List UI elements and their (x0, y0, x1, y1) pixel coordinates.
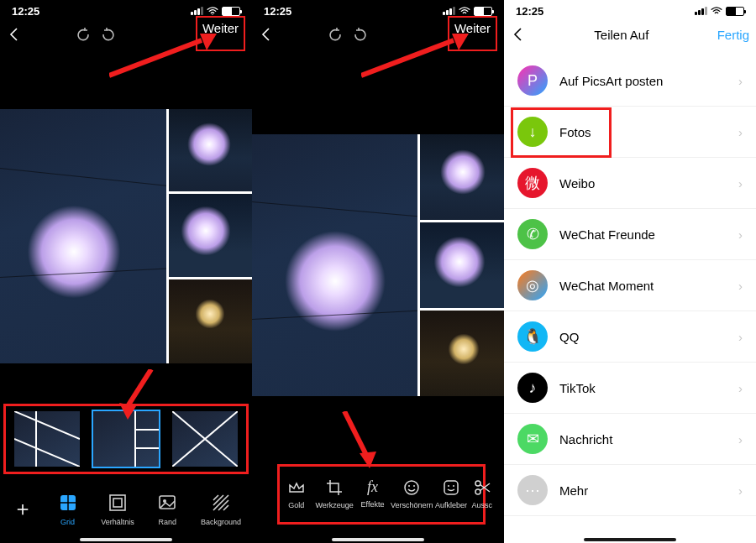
tab-label: Verhältnis (101, 518, 134, 526)
next-button[interactable]: Weiter (454, 21, 491, 35)
chevron-right-icon: › (738, 381, 743, 395)
back-icon[interactable] (7, 27, 22, 42)
svg-rect-1 (110, 495, 125, 510)
svg-point-11 (413, 485, 415, 487)
wifi-icon (207, 7, 218, 15)
status-time: 12:25 (12, 5, 39, 18)
battery-icon (474, 7, 492, 16)
back-icon[interactable] (259, 27, 274, 42)
fx-icon: fx (367, 478, 378, 496)
share-item-tiktok[interactable]: ♪TikTok› (504, 363, 756, 414)
tool-werkzeuge[interactable]: Werkzeuge (315, 478, 353, 509)
tab-grid[interactable]: Grid (56, 491, 80, 526)
panel-collage-tools: 12:25 Weiter (252, 0, 504, 543)
app-icon: 🐧 (517, 321, 548, 352)
tool-label: Werkzeuge (315, 501, 353, 509)
share-item-wechat-moment[interactable]: ◎WeChat Moment› (504, 260, 756, 311)
signal-icon (695, 7, 707, 15)
layout-template-3[interactable] (172, 411, 238, 467)
layout-template-strip (3, 404, 249, 474)
next-button[interactable]: Weiter (202, 21, 239, 35)
share-item-weibo[interactable]: 微Weibo› (504, 158, 756, 209)
chevron-right-icon: › (738, 74, 743, 88)
share-item-wechat-freunde[interactable]: ✆WeChat Freunde› (504, 209, 756, 260)
done-button[interactable]: Fertig (717, 28, 749, 42)
chevron-right-icon: › (738, 227, 743, 242)
add-button[interactable]: ＋ (11, 497, 34, 520)
share-item-label: WeChat Freunde (559, 227, 655, 242)
navbar: Weiter (0, 18, 252, 50)
app-icon: ♪ (517, 373, 548, 403)
battery-icon (222, 7, 240, 16)
share-item-auf-picsart-posten[interactable]: PAuf PicsArt posten› (504, 55, 756, 107)
layout-template-1[interactable] (14, 411, 80, 467)
wifi-icon (459, 7, 470, 15)
scissors-icon (473, 478, 491, 497)
share-item-label: TikTok (559, 381, 596, 395)
tab-background[interactable]: Background (201, 491, 241, 526)
tool-label: Effekte (361, 500, 385, 509)
svg-line-7 (128, 369, 151, 406)
undo-icon[interactable] (76, 27, 91, 42)
tool-label: Aufkleber (435, 501, 467, 509)
status-right (695, 7, 744, 16)
tab-label: Rand (159, 518, 177, 526)
app-icon: 微 (517, 168, 548, 198)
svg-rect-2 (113, 499, 122, 507)
svg-rect-12 (444, 481, 458, 494)
app-icon: ◎ (517, 270, 548, 300)
share-item-label: Weibo (559, 176, 595, 191)
svg-point-10 (408, 485, 410, 487)
svg-point-16 (475, 489, 480, 494)
svg-point-9 (405, 481, 418, 494)
navbar: Weiter (252, 18, 504, 50)
share-item-qq[interactable]: 🐧QQ› (504, 311, 756, 363)
back-icon[interactable] (511, 27, 526, 42)
share-item-label: Nachricht (559, 432, 612, 446)
undo-icon[interactable] (328, 27, 343, 42)
image-icon (158, 493, 176, 512)
signal-icon (191, 7, 203, 15)
home-indicator[interactable] (584, 538, 676, 541)
layout-template-2[interactable] (93, 411, 159, 467)
svg-line-19 (344, 411, 366, 455)
status-time: 12:25 (516, 5, 543, 18)
app-icon: ✆ (517, 219, 548, 249)
svg-point-14 (453, 485, 454, 487)
tab-ratio[interactable]: Verhältnis (101, 491, 134, 526)
tab-border[interactable]: Rand (155, 491, 179, 526)
app-icon: ✉ (517, 424, 548, 454)
collage-canvas[interactable] (0, 109, 252, 363)
tool-ausschneiden[interactable]: Aussc (470, 478, 494, 509)
panel-share: 12:25 Teilen Auf Fertig PAuf PicsArt pos… (504, 0, 756, 543)
chevron-right-icon: › (738, 279, 743, 293)
svg-point-15 (475, 481, 480, 486)
next-button-highlight: Weiter (448, 16, 497, 51)
tool-verschoenern[interactable]: Verschönern (391, 478, 432, 509)
redo-icon[interactable] (353, 27, 368, 42)
background-icon (212, 493, 230, 512)
share-item-label: Auf PicsArt posten (559, 74, 663, 88)
tool-effekte[interactable]: fxEffekte (354, 478, 391, 509)
ratio-icon (108, 493, 127, 512)
collage-canvas[interactable] (252, 134, 504, 396)
share-item-label: WeChat Moment (559, 279, 654, 293)
redo-icon[interactable] (101, 27, 116, 42)
battery-icon (726, 7, 744, 16)
bottom-tabs: ＋ Grid Verhältnis Rand Background (0, 481, 252, 536)
share-item-mehr[interactable]: ⋯Mehr› (504, 465, 756, 516)
chevron-right-icon: › (738, 483, 743, 498)
tool-gold[interactable]: Gold (277, 478, 315, 509)
navbar: Teilen Auf Fertig (504, 18, 756, 50)
arrow-to-tools (336, 411, 386, 470)
home-indicator[interactable] (332, 538, 424, 541)
share-item-nachricht[interactable]: ✉Nachricht› (504, 414, 756, 465)
status-right (191, 7, 240, 16)
fotos-highlight (511, 107, 612, 158)
chevron-right-icon: › (738, 330, 743, 344)
tool-aufkleber[interactable]: Aufkleber (432, 478, 470, 509)
signal-icon (443, 7, 455, 15)
home-indicator[interactable] (80, 538, 172, 541)
crown-icon (287, 478, 306, 497)
nav-title: Teilen Auf (594, 28, 648, 42)
